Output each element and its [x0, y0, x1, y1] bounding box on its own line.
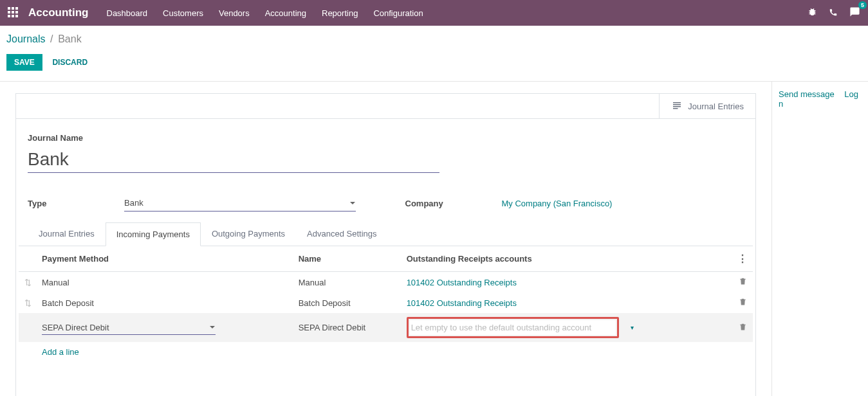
company-label: Company: [405, 199, 502, 208]
chatter: Send message Log n: [771, 82, 868, 396]
table-row[interactable]: ⇅ Manual Manual 101402 Outstanding Recei…: [19, 272, 753, 293]
company-link[interactable]: My Company (San Francisco): [502, 199, 613, 208]
tab-outgoing-payments[interactable]: Outgoing Payments: [201, 222, 296, 246]
menu-vendors[interactable]: Vendors: [219, 8, 250, 18]
breadcrumb-current: Bank: [58, 33, 81, 44]
form-card: Journal Entries Journal Name Type Bank C…: [15, 93, 756, 396]
tabs: Journal Entries Incoming Payments Outgoi…: [16, 222, 755, 246]
breadcrumb-parent[interactable]: Journals: [6, 33, 45, 44]
menu-reporting[interactable]: Reporting: [322, 8, 358, 18]
journal-entries-stat-button[interactable]: Journal Entries: [659, 94, 755, 118]
kebab-icon[interactable]: ⋮: [737, 253, 748, 264]
topbar: Accounting Dashboard Customers Vendors A…: [0, 0, 868, 26]
journal-name-label: Journal Name: [28, 133, 744, 143]
stat-button-label: Journal Entries: [688, 102, 744, 111]
col-name: Name: [293, 246, 402, 272]
trash-icon[interactable]: [732, 292, 753, 313]
type-select[interactable]: Bank: [124, 195, 356, 212]
chevron-down-icon: [349, 200, 356, 206]
account-input-highlight: [407, 317, 619, 338]
chat-icon[interactable]: 5: [849, 6, 860, 19]
app-brand: Accounting: [28, 6, 89, 19]
tab-advanced-settings[interactable]: Advanced Settings: [296, 222, 387, 246]
action-bar: SAVE DISCARD: [0, 49, 868, 81]
discard-button[interactable]: DISCARD: [44, 54, 95, 71]
tab-incoming-payments[interactable]: Incoming Payments: [106, 222, 201, 246]
cell-method: Batch Deposit: [37, 292, 293, 313]
table-row-editing[interactable]: SEPA Direct Debit SEPA Direct Debit: [19, 313, 753, 342]
editing-name: SEPA Direct Debit: [293, 313, 402, 342]
col-account: Outstanding Receipts accounts: [402, 246, 732, 272]
tab-journal-entries[interactable]: Journal Entries: [28, 222, 106, 246]
save-button[interactable]: SAVE: [6, 54, 42, 71]
method-select[interactable]: SEPA Direct Debit: [42, 321, 216, 335]
breadcrumb: Journals / Bank: [0, 26, 868, 49]
table-row[interactable]: ⇅ Batch Deposit Batch Deposit 101402 Out…: [19, 292, 753, 313]
topbar-icons: 5: [808, 6, 860, 19]
cell-name: Batch Deposit: [293, 292, 402, 313]
apps-icon[interactable]: [8, 7, 19, 19]
type-value: Bank: [124, 198, 143, 208]
phone-icon[interactable]: [829, 8, 838, 19]
payment-methods-table: Payment Method Name Outstanding Receipts…: [19, 246, 753, 362]
cell-account[interactable]: 101402 Outstanding Receipts: [402, 272, 732, 293]
bug-icon[interactable]: [808, 7, 817, 19]
menu-dashboard[interactable]: Dashboard: [107, 8, 148, 18]
cell-name: Manual: [293, 272, 402, 293]
cell-account[interactable]: 101402 Outstanding Receipts: [402, 292, 732, 313]
drag-handle-icon[interactable]: ⇅: [19, 272, 37, 293]
chevron-down-icon[interactable]: ▾: [631, 324, 634, 331]
main-menu: Dashboard Customers Vendors Accounting R…: [107, 8, 808, 18]
type-label: Type: [28, 199, 124, 208]
chevron-down-icon: [209, 324, 216, 330]
journal-name-input[interactable]: [28, 147, 439, 173]
send-message-link[interactable]: Send message: [779, 89, 835, 99]
breadcrumb-separator: /: [50, 33, 53, 44]
account-input[interactable]: [410, 320, 616, 335]
menu-customers[interactable]: Customers: [163, 8, 203, 18]
drag-handle-icon[interactable]: ⇅: [19, 292, 37, 313]
col-payment-method: Payment Method: [37, 246, 293, 272]
add-line-link[interactable]: Add a line: [42, 347, 79, 357]
trash-icon[interactable]: [732, 272, 753, 293]
chat-badge: 5: [858, 1, 867, 9]
trash-icon[interactable]: [732, 313, 753, 342]
method-value: SEPA Direct Debit: [42, 323, 109, 332]
menu-configuration[interactable]: Configuration: [373, 8, 423, 18]
menu-accounting[interactable]: Accounting: [265, 8, 306, 18]
cell-method: Manual: [37, 272, 293, 293]
